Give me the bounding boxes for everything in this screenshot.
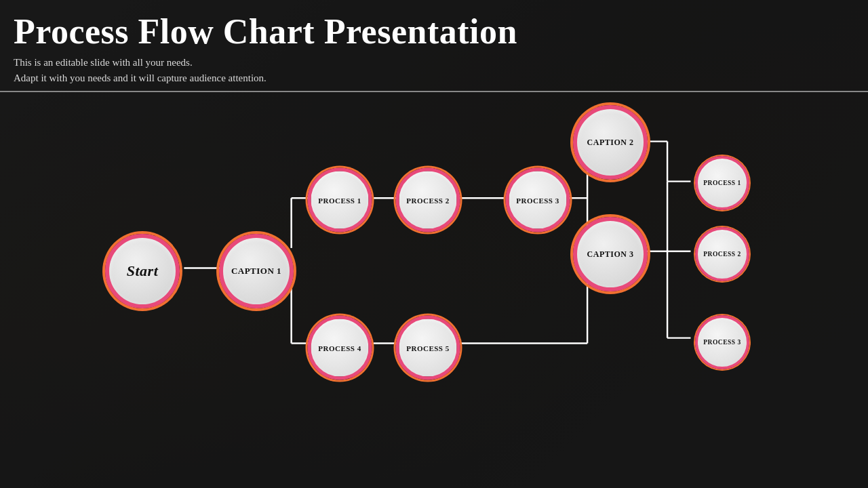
content-area: Process Flow Chart Presentation This is … [0, 0, 868, 488]
node-right-process3[interactable]: PROCESS 3 [695, 315, 749, 369]
main-title: Process Flow Chart Presentation [14, 12, 854, 51]
subtitle: This is an editable slide with all your … [14, 55, 854, 85]
node-caption2[interactable]: CAPTION 2 [573, 105, 648, 180]
subtitle-line2: Adapt it with you needs and it will capt… [14, 70, 854, 86]
node-start[interactable]: Start [105, 234, 180, 308]
node-right-process2[interactable]: PROCESS 2 [695, 227, 749, 281]
node-caption1[interactable]: CAPTION 1 [219, 234, 294, 308]
node-process1-top[interactable]: PROCESS 1 [308, 168, 372, 232]
subtitle-line1: This is an editable slide with all your … [14, 55, 854, 70]
node-caption3[interactable]: CAPTION 3 [573, 217, 648, 291]
node-process4-bot[interactable]: PROCESS 4 [308, 316, 372, 380]
flowchart: Start CAPTION 1 PROCESS 1 PROCESS 2 PROC… [0, 88, 868, 481]
node-process2-top[interactable]: PROCESS 2 [396, 168, 460, 232]
node-process3-top[interactable]: PROCESS 3 [506, 168, 570, 232]
node-right-process1[interactable]: PROCESS 1 [695, 156, 749, 210]
header: Process Flow Chart Presentation This is … [0, 0, 868, 92]
node-process5-bot[interactable]: PROCESS 5 [396, 316, 460, 380]
